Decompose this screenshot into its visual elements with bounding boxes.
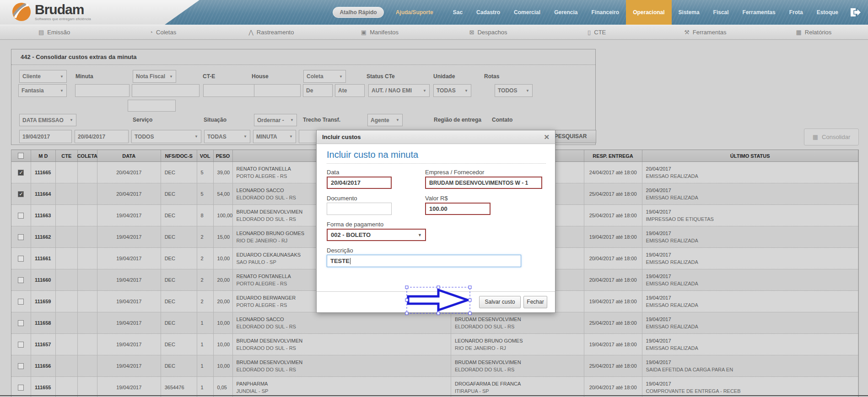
cell-coleta (78, 205, 97, 226)
ordem-select[interactable]: MINUTA▼ (253, 130, 296, 143)
subnav-item-coletas[interactable]: ◔Coletas (108, 25, 217, 39)
cell-resp: 19/04/2017 até 18:00 (584, 226, 642, 247)
row-checkbox[interactable] (18, 385, 24, 391)
unidade-select[interactable]: TODAS▼ (433, 84, 471, 97)
nota-fiscal-input[interactable] (132, 84, 199, 97)
documento-label: Documento (327, 195, 357, 202)
cell-coleta (78, 226, 97, 247)
table-row[interactable]: 11165819/04/2017DEC110,00LEONARDO SACCOE… (11, 312, 858, 334)
rotas-label: Rotas (484, 73, 499, 80)
cell-md: 111656 (31, 355, 56, 376)
data-emissao-select[interactable]: DATA EMISSAO▼ (19, 114, 76, 126)
house-input[interactable] (254, 84, 301, 97)
cte-input[interactable] (203, 84, 255, 97)
row-checkbox[interactable] (18, 256, 24, 262)
nav-item-estoque[interactable]: Estoque (810, 0, 845, 25)
nota-fiscal-select[interactable]: Nota Fiscal▼ (133, 70, 176, 83)
nav-item-sac[interactable]: Sac (446, 0, 469, 25)
status-cte-select[interactable]: AUT. / NAO EMI▼ (368, 84, 430, 97)
consolidar-button[interactable]: ▦ Consolidar (804, 129, 859, 145)
cliente-select[interactable]: Cliente▼ (19, 70, 67, 83)
chevron-down-icon: ▼ (60, 89, 64, 93)
cell-data: 19/04/2017 (97, 377, 161, 397)
house-label: House (252, 73, 269, 80)
subnav-item-manifestos[interactable]: ▣Manifestos (325, 25, 434, 39)
row-checkbox[interactable] (18, 299, 24, 305)
subnav-item-cte[interactable]: ▯CTE (543, 25, 651, 39)
quick-access-button[interactable]: Atalho Rápido (333, 7, 383, 18)
subnav-item-ferramentas[interactable]: ⚒Ferramentas (651, 25, 760, 39)
row-checkbox[interactable] (18, 320, 24, 326)
coleta-select[interactable]: Coleta▼ (303, 70, 346, 83)
column-header-sel (11, 150, 31, 161)
situacao-select[interactable]: TODAS▼ (204, 130, 250, 143)
cell-cte (56, 291, 78, 312)
agente-select[interactable]: Agente▼ (367, 114, 403, 126)
regiao-entrega-label: Região de entrega (434, 117, 481, 123)
subnav-item-emissao[interactable]: ▤Emissão (0, 25, 108, 39)
row-checkbox[interactable] (18, 277, 24, 283)
chevron-down-icon: ▼ (169, 75, 173, 79)
row-checkbox[interactable] (18, 170, 24, 176)
empresa-input[interactable]: BRUDAM DESENVOLVIMENTOS W - 1 (425, 177, 542, 189)
help-support-link[interactable]: Ajuda/Suporte (396, 9, 433, 16)
cell-peso: 20,00 (214, 291, 233, 312)
cell-data: 19/04/2017 (97, 269, 161, 290)
select-all-checkbox[interactable] (18, 153, 24, 159)
salvar-custo-button[interactable]: Salvar custo (479, 296, 521, 308)
coleta-ate-input[interactable]: Ate (335, 84, 365, 97)
cell-status: 20/04/2017EMISSAO REALIZADA (642, 162, 858, 183)
nav-item-fiscal[interactable]: Fiscal (706, 0, 736, 25)
row-checkbox[interactable] (18, 234, 24, 240)
forma-pagamento-select[interactable]: 002 - BOLETO▼ (327, 229, 426, 241)
data-inicio-input[interactable]: 19/04/2017 (19, 130, 72, 143)
brudam-logo[interactable]: Brudam Softwares que entregam eficiência (12, 2, 91, 21)
row-checkbox[interactable] (18, 191, 24, 197)
cell-status: 20/04/2017EMISSAO REALIZADA (642, 183, 858, 204)
subnav-item-despachos[interactable]: ⊠Despachos (434, 25, 543, 39)
nav-item-cadastro[interactable]: Cadastro (469, 0, 507, 25)
cell-coleta (78, 334, 97, 355)
subnav-label: Manifestos (370, 29, 399, 36)
nav-item-gerencia[interactable]: Gerencia (547, 0, 584, 25)
cell-nfs: DEC (161, 183, 197, 204)
table-row[interactable]: 11165619/04/2017DEC110,00BRUDAM DESENVOL… (11, 355, 858, 377)
nav-item-sistema[interactable]: Sistema (672, 0, 706, 25)
fantasia-select[interactable]: Fantasia▼ (18, 84, 67, 97)
descricao-input[interactable]: TESTE (327, 255, 521, 267)
relatorios-icon: ▦ (796, 29, 802, 36)
row-checkbox[interactable] (18, 342, 24, 348)
logout-button[interactable] (850, 7, 862, 17)
documento-input[interactable] (327, 203, 392, 215)
rotas-select[interactable]: TODOS▼ (495, 84, 533, 97)
data-input[interactable]: 20/04/2017 (327, 177, 392, 189)
table-row[interactable]: 11165719/04/2017DEC110,00BRUDAM DESENVOL… (11, 334, 858, 355)
table-row[interactable]: 11165519/04/2017365447610,05PANPHARMAJUN… (11, 377, 858, 397)
valor-input[interactable]: 100.00 (425, 203, 491, 215)
subnav-item-relatorios[interactable]: ▦Relatórios (760, 25, 868, 39)
nav-item-frota[interactable]: Frota (782, 0, 810, 25)
nav-item-ferramentas[interactable]: Ferramentas (736, 0, 782, 25)
modal-titlebar: Incluir custos ✕ (317, 130, 555, 144)
unidade-label: Unidade (433, 73, 455, 80)
fechar-button[interactable]: Fechar (523, 296, 547, 308)
row-checkbox[interactable] (18, 363, 24, 369)
subnav-item-rastreamento[interactable]: ⋀Rastreamento (217, 25, 325, 39)
emissao-icon: ▤ (38, 29, 44, 36)
subnav-label: Ferramentas (693, 29, 727, 36)
nav-item-financeiro[interactable]: Financeiro (585, 0, 626, 25)
minuta-input[interactable] (75, 84, 129, 97)
close-icon[interactable]: ✕ (544, 134, 550, 140)
nav-item-comercial[interactable]: Comercial (507, 0, 547, 25)
ordernar-select[interactable]: Ordernar -▼ (254, 114, 297, 126)
coleta-de-input[interactable]: De (303, 84, 333, 97)
servico-select[interactable]: TODOS▼ (131, 130, 201, 143)
cell-coleta (78, 355, 97, 376)
data-fim-input[interactable]: 20/04/2017 (75, 130, 129, 143)
nav-item-operacional[interactable]: Operacional (626, 0, 671, 25)
cell-receiver: BRUDAM DESENVOLVIMENELDORADO DO SUL - RS (451, 355, 584, 376)
extra-filter-input[interactable] (128, 100, 176, 112)
row-checkbox[interactable] (18, 213, 24, 219)
cell-cte (56, 183, 78, 204)
logout-icon (850, 7, 862, 17)
